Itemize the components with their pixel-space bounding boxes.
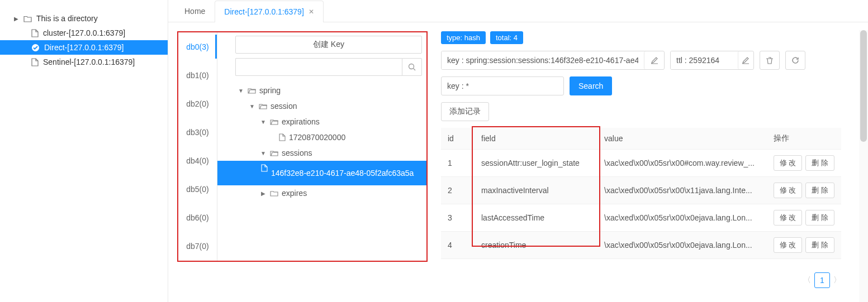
- folder-open-icon: [248, 87, 256, 94]
- cell-id: 1: [441, 150, 475, 177]
- cell-id: 2: [441, 177, 475, 204]
- check-circle-icon: [31, 44, 40, 52]
- scrollbar-thumb[interactable]: [860, 30, 867, 142]
- key-tree-node-sessions[interactable]: ▼ sessions: [217, 145, 426, 161]
- key-tree-label: sessions: [282, 148, 312, 157]
- search-icon[interactable]: [402, 58, 422, 76]
- key-tree-leaf-sessionid[interactable]: 146f32e8-e210-4617-ae48-05f2afc63a5a: [217, 161, 426, 185]
- db-item-4[interactable]: db4(0): [178, 147, 217, 175]
- db-item-1[interactable]: db1(0): [178, 61, 217, 89]
- edit-ttl-button[interactable]: [738, 51, 753, 69]
- col-value: value: [597, 128, 767, 150]
- col-id: id: [441, 128, 475, 150]
- key-tree-label: 1720870020000: [289, 133, 345, 142]
- cell-id: 4: [441, 232, 475, 259]
- key-tree-node-session[interactable]: ▼ session: [217, 98, 426, 114]
- folder-icon: [23, 15, 32, 22]
- folder-open-icon: [270, 118, 278, 125]
- edit-row-button[interactable]: 修 改: [774, 237, 803, 253]
- table-row[interactable]: 1 sessionAttr:user_login_state \xac\xed\…: [441, 150, 841, 177]
- key-tree-node-spring[interactable]: ▼ spring: [217, 83, 426, 98]
- table-row[interactable]: 4 creationTime \xac\xed\x00\x05sr\x00\x0…: [441, 232, 841, 259]
- sidebar-root-label: This is a directory: [36, 14, 98, 23]
- key-tree: ▼ spring ▼ session ▼ expirations: [217, 80, 426, 203]
- key-tree-leaf-expiration[interactable]: 1720870020000: [217, 130, 426, 145]
- vertical-scrollbar[interactable]: [859, 30, 868, 302]
- file-icon: [31, 58, 39, 66]
- db-item-7[interactable]: db7(0): [178, 232, 217, 261]
- cell-field: lastAccessedTime: [475, 204, 597, 232]
- key-tree-label: expires: [282, 189, 307, 198]
- folder-open-icon: [259, 103, 267, 109]
- sidebar-item-direct[interactable]: Direct-[127.0.0.1:6379]: [0, 40, 168, 55]
- file-icon: [261, 164, 268, 172]
- cell-field: maxInactiveInterval: [475, 177, 597, 204]
- delete-row-button[interactable]: 删 除: [805, 210, 834, 226]
- add-record-button[interactable]: 添加记录: [441, 102, 489, 121]
- prev-page-icon[interactable]: 〈: [803, 275, 811, 285]
- db-item-0[interactable]: db0(3): [178, 32, 217, 61]
- sidebar-item-cluster[interactable]: cluster-[127.0.0.1:6379]: [0, 26, 168, 40]
- search-button[interactable]: Search: [570, 76, 612, 95]
- db-item-2[interactable]: db2(0): [178, 89, 217, 118]
- table-row[interactable]: 2 maxInactiveInterval \xac\xed\x00\x05sr…: [441, 177, 841, 204]
- key-name-input[interactable]: [442, 51, 644, 69]
- key-search-row: [235, 58, 422, 76]
- ttl-input[interactable]: [671, 51, 738, 69]
- table-row[interactable]: 3 lastAccessedTime \xac\xed\x00\x05sr\x0…: [441, 204, 841, 232]
- tab-label: Direct-[127.0.0.1:6379]: [224, 7, 303, 16]
- tab-direct[interactable]: Direct-[127.0.0.1:6379] ✕: [215, 1, 323, 22]
- key-tree-panel: 创建 Key ▼ spring ▼: [217, 32, 426, 261]
- main-panel: Home Direct-[127.0.0.1:6379] ✕ db0(3) db…: [168, 0, 868, 302]
- cell-value: \xac\xed\x00\x05sr\x00\x11java.lang.Inte…: [597, 177, 767, 204]
- key-tree-node-expirations[interactable]: ▼ expirations: [217, 114, 426, 130]
- cell-ops: 修 改删 除: [767, 204, 841, 232]
- delete-row-button[interactable]: 删 除: [805, 237, 834, 253]
- sidebar-root-folder[interactable]: ▶ This is a directory: [0, 11, 168, 26]
- file-icon: [279, 133, 286, 141]
- delete-key-button[interactable]: [760, 51, 780, 70]
- cell-ops: 修 改删 除: [767, 177, 841, 204]
- file-icon: [31, 29, 39, 37]
- key-name-box: [441, 51, 665, 70]
- ttl-box: [670, 51, 754, 70]
- key-detail-panel: type: hash total: 4: [441, 31, 868, 302]
- sidebar-item-label: Sentinel-[127.0.0.1:16379]: [43, 57, 135, 66]
- create-key-button[interactable]: 创建 Key: [235, 36, 422, 54]
- db-item-5[interactable]: db5(0): [178, 175, 217, 204]
- edit-row-button[interactable]: 修 改: [774, 155, 803, 171]
- caret-down-icon: ▼: [260, 119, 267, 125]
- caret-down-icon: ▼: [238, 88, 244, 94]
- cell-id: 3: [441, 204, 475, 232]
- key-tree-label: 146f32e8-e210-4617-ae48-05f2afc63a5a: [271, 168, 414, 178]
- key-search-input[interactable]: [235, 58, 402, 76]
- tab-home[interactable]: Home: [175, 0, 215, 22]
- db-key-panel: db0(3) db1(0) db2(0) db3(0) db4(0) db5(0…: [177, 31, 428, 262]
- db-item-6[interactable]: db6(0): [178, 204, 217, 232]
- db-item-3[interactable]: db3(0): [178, 118, 217, 146]
- sidebar-item-label: Direct-[127.0.0.1:6379]: [44, 43, 124, 52]
- cell-ops: 修 改删 除: [767, 232, 841, 259]
- delete-row-button[interactable]: 删 除: [805, 183, 834, 198]
- page-number[interactable]: 1: [814, 272, 830, 288]
- pagination: 〈 1 〉: [441, 272, 841, 288]
- close-icon[interactable]: ✕: [309, 8, 314, 16]
- svg-point-1: [409, 64, 414, 69]
- refresh-button[interactable]: [785, 51, 805, 70]
- edit-key-button[interactable]: [644, 51, 664, 69]
- sidebar-item-sentinel[interactable]: Sentinel-[127.0.0.1:16379]: [0, 55, 168, 69]
- cell-value: \xac\xed\x00\x05sr\x00\x0ejava.lang.Lon.…: [597, 232, 767, 259]
- field-search-input[interactable]: [441, 76, 564, 95]
- next-page-icon[interactable]: 〉: [833, 275, 841, 285]
- cell-field: sessionAttr:user_login_state: [475, 150, 597, 177]
- edit-row-button[interactable]: 修 改: [774, 210, 803, 226]
- cell-value: \xac\xed\x00\x05sr\x00#com.way.review_..…: [597, 150, 767, 177]
- delete-row-button[interactable]: 删 除: [805, 155, 834, 171]
- tab-bar: Home Direct-[127.0.0.1:6379] ✕: [168, 0, 868, 22]
- sidebar-item-label: cluster-[127.0.0.1:6379]: [43, 28, 125, 37]
- key-tree-node-expires[interactable]: ▶ expires: [217, 185, 426, 201]
- edit-row-button[interactable]: 修 改: [774, 183, 803, 198]
- svg-line-2: [414, 69, 416, 71]
- caret-down-icon: ▼: [260, 150, 267, 156]
- col-field: field: [475, 128, 597, 150]
